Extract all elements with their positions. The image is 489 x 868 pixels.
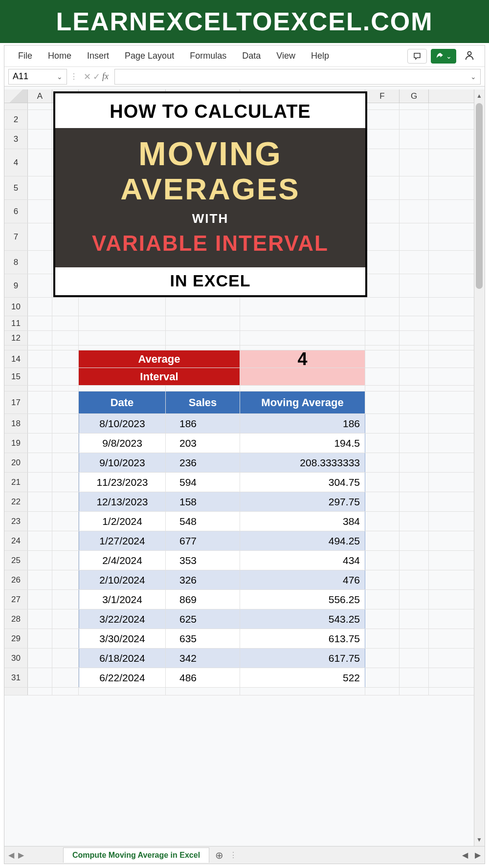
cell-moving-average[interactable]: 304.75	[240, 473, 365, 492]
name-box[interactable]: A11 ⌄	[8, 69, 67, 85]
cell-sales[interactable]: 353	[166, 551, 240, 570]
avg-interval-label2[interactable]: Interval	[79, 368, 240, 385]
row-header[interactable]: 26	[4, 570, 28, 589]
row-header[interactable]: 25	[4, 551, 28, 570]
formula-input[interactable]: ⌄	[114, 69, 481, 85]
tab-data[interactable]: Data	[234, 46, 268, 66]
row-header[interactable]: 20	[4, 453, 28, 472]
row-header[interactable]: 29	[4, 629, 28, 648]
cell-date[interactable]: 6/18/2024	[79, 649, 166, 668]
cell-moving-average[interactable]: 613.75	[240, 629, 365, 648]
scroll-thumb[interactable]	[476, 103, 483, 289]
scroll-right-icon[interactable]: ▶	[475, 850, 481, 860]
cell-date[interactable]: 3/22/2024	[79, 609, 166, 629]
table-header-sales[interactable]: Sales	[166, 391, 240, 413]
cell-date[interactable]: 3/30/2024	[79, 629, 166, 648]
row-header[interactable]: 24	[4, 531, 28, 550]
col-header-A[interactable]: A	[28, 89, 52, 103]
cell-sales[interactable]: 203	[166, 434, 240, 453]
cell-sales[interactable]: 635	[166, 629, 240, 648]
row-header[interactable]: 30	[4, 649, 28, 668]
row-header[interactable]: 2	[4, 110, 28, 129]
scroll-down-icon[interactable]: ▼	[476, 836, 482, 843]
cell-sales[interactable]: 594	[166, 473, 240, 492]
col-header-G[interactable]: G	[400, 89, 429, 103]
cell-moving-average[interactable]: 434	[240, 551, 365, 570]
row-header[interactable]: 10	[4, 298, 28, 316]
sheet-menu-icon[interactable]: ⋮	[229, 850, 237, 860]
tab-insert[interactable]: Insert	[79, 46, 117, 66]
row-header[interactable]: 15	[4, 368, 28, 385]
cell-moving-average[interactable]: 522	[240, 668, 365, 687]
row-header[interactable]: 23	[4, 512, 28, 531]
cell-date[interactable]: 1/27/2024	[79, 531, 166, 550]
share-button[interactable]: ⌄	[431, 49, 456, 64]
row-header[interactable]: 18	[4, 414, 28, 433]
cell-moving-average[interactable]: 186	[240, 414, 365, 433]
cell-sales[interactable]: 869	[166, 590, 240, 609]
cell-date[interactable]: 9/8/2023	[79, 434, 166, 453]
sheet-nav-first-icon[interactable]: ◀	[8, 850, 14, 860]
row-header[interactable]: 8	[4, 251, 28, 274]
sheet-nav-next-icon[interactable]: ▶	[18, 850, 24, 860]
cell-moving-average[interactable]: 208.3333333	[240, 453, 365, 472]
cell-sales[interactable]: 548	[166, 512, 240, 531]
cell-moving-average[interactable]: 494.25	[240, 531, 365, 550]
cell-moving-average[interactable]: 476	[240, 570, 365, 589]
cell-sales[interactable]: 186	[166, 414, 240, 433]
cell-date[interactable]: 2/10/2024	[79, 570, 166, 589]
enter-icon[interactable]: ✓	[93, 71, 100, 82]
tab-page-layout[interactable]: Page Layout	[117, 46, 182, 66]
cell-moving-average[interactable]: 297.75	[240, 492, 365, 511]
avg-interval-value[interactable]: 4	[240, 350, 365, 368]
account-button[interactable]	[460, 48, 479, 65]
cell-date[interactable]: 1/2/2024	[79, 512, 166, 531]
row-header[interactable]: 31	[4, 668, 28, 687]
cell-sales[interactable]: 236	[166, 453, 240, 472]
row-header[interactable]: 19	[4, 434, 28, 453]
add-sheet-icon[interactable]: ⊕	[209, 849, 229, 861]
tab-help[interactable]: Help	[303, 46, 337, 66]
tab-formulas[interactable]: Formulas	[182, 46, 234, 66]
row-header[interactable]: 27	[4, 590, 28, 609]
tab-view[interactable]: View	[268, 46, 303, 66]
cell-sales[interactable]: 677	[166, 531, 240, 550]
row-header[interactable]: 4	[4, 149, 28, 176]
table-header-date[interactable]: Date	[79, 391, 166, 413]
cancel-icon[interactable]: ✕	[84, 71, 91, 82]
table-header-ma[interactable]: Moving Average	[240, 391, 365, 413]
cell-moving-average[interactable]: 194.5	[240, 434, 365, 453]
cell-sales[interactable]: 486	[166, 668, 240, 687]
row-header[interactable]: 6	[4, 200, 28, 223]
cell-date[interactable]: 12/13/2023	[79, 492, 166, 511]
cell-date[interactable]: 2/4/2024	[79, 551, 166, 570]
cell-moving-average[interactable]: 556.25	[240, 590, 365, 609]
cell-date[interactable]: 8/10/2023	[79, 414, 166, 433]
row-header[interactable]: 21	[4, 473, 28, 492]
row-header[interactable]: 3	[4, 130, 28, 149]
cell-moving-average[interactable]: 617.75	[240, 649, 365, 668]
col-header-F[interactable]: F	[365, 89, 400, 103]
cell-date[interactable]: 3/1/2024	[79, 590, 166, 609]
scroll-up-icon[interactable]: ▲	[476, 92, 482, 99]
row-header[interactable]: 12	[4, 331, 28, 345]
sheet-tab[interactable]: Compute Moving Average in Excel	[63, 847, 209, 863]
tab-file[interactable]: File	[10, 46, 40, 66]
tab-home[interactable]: Home	[40, 46, 79, 66]
cell-moving-average[interactable]: 384	[240, 512, 365, 531]
scroll-left-icon[interactable]: ◀	[462, 850, 468, 860]
row-header[interactable]: 14	[4, 350, 28, 368]
cell-date[interactable]: 6/22/2024	[79, 668, 166, 687]
cell-sales[interactable]: 326	[166, 570, 240, 589]
row-header[interactable]: 22	[4, 492, 28, 511]
row-header[interactable]: 7	[4, 223, 28, 250]
avg-interval-label[interactable]: Average	[79, 350, 240, 368]
row-header[interactable]: 28	[4, 609, 28, 629]
cell-date[interactable]: 9/10/2023	[79, 453, 166, 472]
row-header[interactable]: 9	[4, 274, 28, 297]
fx-label[interactable]: fx	[102, 71, 109, 82]
comments-button[interactable]	[407, 49, 427, 64]
vertical-scrollbar[interactable]: ▲ ▼	[474, 89, 485, 846]
cell-date[interactable]: 11/23/2023	[79, 473, 166, 492]
cell-moving-average[interactable]: 543.25	[240, 609, 365, 629]
